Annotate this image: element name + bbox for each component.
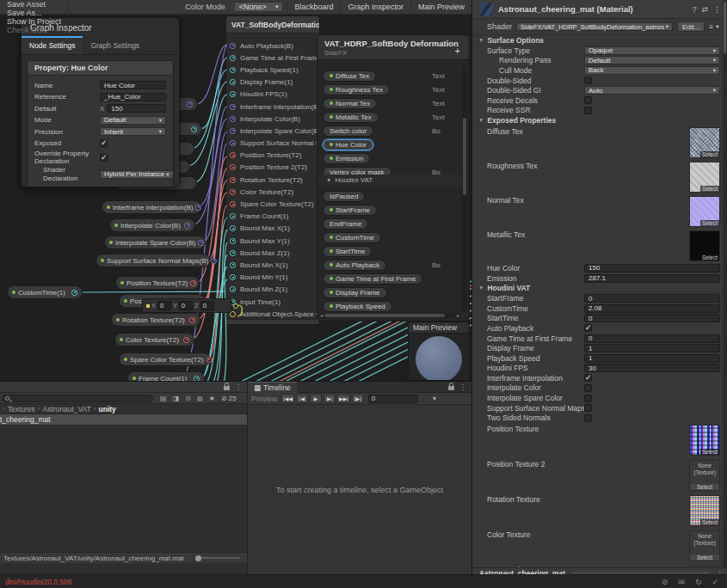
port-icon[interactable]	[230, 189, 236, 195]
row-dropdown[interactable]: Default▾	[584, 56, 720, 64]
blackboard-property-pill[interactable]: Auto Playback	[323, 260, 386, 271]
lock-icon[interactable]	[448, 386, 454, 390]
presets-icon[interactable]: ⇄	[701, 5, 708, 14]
search-by-label-icon[interactable]: ◨	[173, 395, 180, 402]
kebab-menu-icon[interactable]: ⋮	[235, 383, 242, 391]
row-field[interactable]: 150	[107, 104, 166, 113]
port-icon[interactable]	[230, 116, 236, 122]
transport-button[interactable]: [▶]	[352, 394, 364, 403]
toolbar-toggle-button[interactable]: Main Preview	[410, 0, 471, 14]
port-icon[interactable]	[230, 250, 236, 256]
blackboard-property-pill[interactable]: Game Time at First Frame	[323, 273, 422, 285]
preview-toggle-button[interactable]: Preview	[251, 395, 277, 403]
select-texture-button[interactable]: Select	[700, 220, 719, 226]
kebab-menu-icon[interactable]: ⋮	[713, 5, 721, 14]
tab-timeline[interactable]: ▦ Timeline	[248, 382, 297, 393]
vector-field[interactable]: X 0	[151, 301, 171, 310]
port-icon[interactable]	[198, 240, 204, 246]
port-icon[interactable]	[230, 213, 236, 219]
texture-thumbnail[interactable]: Select	[689, 495, 720, 526]
shader-graph-canvas[interactable]: VAT_SoftBodyDeformation_SSG Auto Playbac…	[0, 0, 471, 381]
row-dropdown[interactable]: Hybrid Per Instance▾	[100, 170, 174, 179]
property-node-pill[interactable]: Interpolate Color(B)	[109, 218, 195, 232]
help-icon[interactable]: ?	[692, 5, 696, 14]
texture-thumbnail[interactable]: None (Texture) Select	[689, 460, 720, 491]
blackboard-property-pill[interactable]: Switch color	[323, 126, 373, 137]
property-node-pill[interactable]: Frame Count(1)	[127, 371, 205, 381]
frame-number-field[interactable]: 0	[368, 395, 418, 403]
axis-value[interactable]: 0	[200, 301, 214, 310]
row-field[interactable]: Hue Color	[100, 81, 166, 89]
row-dropdown[interactable]: Default▾	[100, 116, 166, 125]
row-checkbox[interactable]	[584, 384, 592, 392]
port-icon[interactable]	[230, 140, 236, 146]
select-texture-button[interactable]: Select	[700, 519, 719, 525]
select-texture-button[interactable]: Select	[700, 449, 719, 455]
row-checkbox[interactable]	[584, 374, 592, 382]
property-node-pill[interactable]: Position Texture(T2)	[115, 276, 200, 290]
row-field[interactable]: 0	[584, 314, 720, 322]
row-field[interactable]: 287.1	[584, 274, 720, 283]
row-checkbox[interactable]	[100, 154, 108, 162]
row-field[interactable]: 150	[584, 264, 720, 273]
port-icon[interactable]	[230, 104, 236, 110]
texture-thumbnail[interactable]: None (Texture) Select	[689, 530, 720, 561]
select-texture-button[interactable]: Select	[690, 484, 719, 490]
select-texture-button[interactable]: Select	[700, 186, 719, 192]
favorite-star-icon[interactable]: ★	[209, 395, 215, 402]
port-icon[interactable]	[183, 337, 189, 343]
blackboard-property-pill[interactable]: StartTime	[323, 246, 372, 257]
row-checkbox[interactable]	[584, 414, 592, 422]
section-houdini-vat[interactable]: ▼ Houdini VAT	[472, 283, 727, 293]
port-icon[interactable]	[71, 290, 77, 296]
row-field[interactable]: 1	[584, 344, 720, 352]
blackboard-property-pill[interactable]: Roughness Tex	[323, 84, 390, 95]
edit-shader-button[interactable]: Edit...	[677, 21, 705, 32]
row-field[interactable]: 30	[584, 364, 720, 372]
port-icon[interactable]	[184, 223, 190, 229]
texture-thumbnail[interactable]: Select	[689, 425, 720, 456]
property-node-pill[interactable]: Spare Color Texture(T2)	[119, 352, 211, 366]
port-icon[interactable]	[230, 91, 236, 97]
add-property-button[interactable]: +	[455, 46, 460, 56]
row-field[interactable]: _Hue_Color	[100, 93, 166, 101]
port-icon[interactable]	[187, 101, 193, 107]
port-icon[interactable]	[211, 258, 217, 264]
port-icon[interactable]	[230, 164, 236, 170]
scroll-right-icon[interactable]: ▸	[457, 312, 459, 318]
row-checkbox[interactable]	[584, 107, 592, 114]
port-icon[interactable]	[191, 126, 197, 132]
transport-button[interactable]: |◀◀	[281, 394, 294, 403]
property-node-pill[interactable]: Interframe Interpolation(B)	[102, 200, 201, 214]
port-icon[interactable]	[233, 303, 238, 309]
row-field[interactable]: 1	[584, 354, 720, 363]
port-icon[interactable]	[230, 55, 236, 61]
axis-value[interactable]: 0	[157, 301, 171, 310]
chevron-down-icon[interactable]: ▼	[432, 395, 437, 401]
blackboard-property-pill[interactable]: Metallic Tex	[323, 112, 379, 123]
breadcrumb-item[interactable]: Textures	[8, 405, 35, 413]
blackboard-property-pill[interactable]: Playback Speed	[323, 301, 392, 312]
select-texture-button[interactable]: Select	[700, 254, 719, 260]
row-checkbox[interactable]	[584, 96, 592, 104]
port-icon[interactable]	[230, 201, 236, 207]
row-field[interactable]: 0	[584, 294, 720, 303]
transport-button[interactable]: ▶	[310, 394, 322, 403]
select-texture-button[interactable]: Select	[690, 554, 719, 560]
property-node-pill[interactable]: Support Surface Normal Maps(B)	[95, 254, 211, 267]
select-texture-button[interactable]: Select	[700, 151, 719, 157]
port-icon[interactable]	[230, 286, 236, 292]
port-icon[interactable]	[230, 128, 236, 134]
blackboard-property-pill[interactable]: EndFrame	[323, 218, 368, 230]
lock-icon[interactable]	[224, 386, 230, 390]
check-icon[interactable]: ✓	[712, 578, 718, 586]
ssg-subgraph-node[interactable]: VAT_SoftBodyDeformation_SSG Auto Playbac…	[225, 15, 320, 325]
hidden-count-badge[interactable]: ⊘ 25	[221, 395, 237, 402]
vector-field[interactable]: Z 0	[194, 301, 214, 310]
property-node-pill[interactable]: Color Texture(T2)	[114, 333, 194, 346]
port-icon[interactable]	[230, 43, 236, 49]
vector3-node[interactable]: X 0 Y 0 Z 0	[142, 298, 231, 313]
kebab-menu-icon[interactable]: ⋮	[459, 383, 466, 391]
row-dropdown[interactable]: Auto▾	[584, 86, 720, 95]
breadcrumb-item[interactable]: unity	[99, 405, 116, 413]
